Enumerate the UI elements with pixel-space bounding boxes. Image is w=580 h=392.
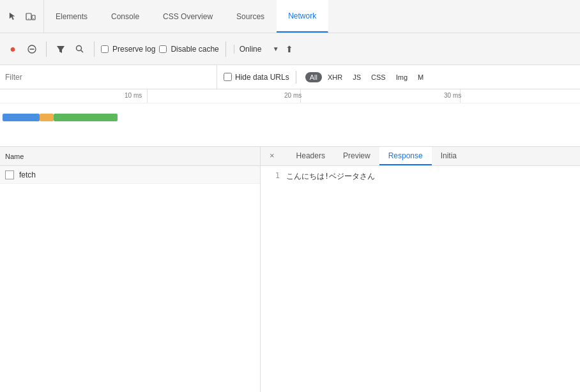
disable-cache-checkbox[interactable] (159, 45, 167, 53)
line-number: 1 (267, 171, 280, 182)
svg-point-2 (28, 18, 29, 19)
response-panel: × Headers Preview Response Initia 1 こんにち… (261, 147, 580, 392)
waterfall-bar-green (54, 114, 118, 121)
tab-close[interactable]: × (261, 147, 287, 165)
record-button[interactable]: ● (5, 41, 20, 57)
filter-divider (296, 71, 296, 84)
ruler-line-1 (147, 89, 148, 103)
preserve-log-label[interactable]: Preserve log (101, 45, 155, 54)
main-tabs: Elements Console CSS Overview Sources Ne… (44, 0, 580, 33)
requests-body: fetch (0, 166, 260, 392)
network-toolbar: ● Preserve log Disable cache Online Fast… (0, 33, 580, 65)
devtools-icons (0, 0, 44, 33)
filter-input[interactable] (5, 73, 211, 82)
main-area: Name fetch × Headers Preview Response In… (0, 147, 580, 392)
ruler-tick-30ms: 30 ms (444, 92, 461, 99)
toolbar-divider-1 (46, 41, 47, 57)
tab-css-overview[interactable]: CSS Overview (151, 0, 225, 33)
response-body: 1 こんにちは!ベジータさん (261, 166, 580, 392)
filter-btn-all[interactable]: All (305, 72, 322, 82)
filter-right: Hide data URLs All XHR JS CSS Img M (217, 71, 580, 84)
waterfall-bars (0, 109, 580, 128)
preserve-log-checkbox[interactable] (101, 45, 109, 53)
hide-data-urls-checkbox[interactable] (224, 73, 232, 81)
tab-response[interactable]: Response (379, 147, 432, 165)
waterfall-bar-blue (3, 114, 40, 121)
upload-icon[interactable]: ⬆ (286, 44, 293, 54)
response-tabs: × Headers Preview Response Initia (261, 147, 580, 166)
chevron-down-icon: ▼ (273, 45, 279, 52)
filter-button[interactable] (53, 41, 68, 57)
tab-initiator[interactable]: Initia (432, 147, 466, 165)
toolbar-divider-2 (94, 41, 95, 57)
request-name: fetch (19, 170, 36, 179)
ruler-tick-20ms: 20 ms (284, 92, 301, 99)
requests-header: Name (0, 147, 260, 166)
search-button[interactable] (72, 41, 88, 57)
filter-btn-css[interactable]: CSS (367, 72, 390, 82)
tab-headers[interactable]: Headers (287, 147, 334, 165)
filter-btn-misc[interactable]: M (413, 72, 428, 82)
device-icon[interactable] (24, 10, 37, 23)
filter-input-wrap (0, 65, 217, 89)
waterfall-ruler: 10 ms 20 ms 30 ms (0, 89, 580, 103)
filter-type-buttons: All XHR JS CSS Img M (305, 72, 428, 82)
table-row[interactable]: fetch (0, 166, 260, 184)
filter-btn-img[interactable]: Img (392, 72, 412, 82)
tab-sources[interactable]: Sources (225, 0, 277, 33)
tab-bar: Elements Console CSS Overview Sources Ne… (0, 0, 580, 33)
response-text: こんにちは!ベジータさん (286, 171, 375, 182)
tab-elements[interactable]: Elements (44, 0, 100, 33)
tab-preview[interactable]: Preview (334, 147, 379, 165)
throttle-select[interactable]: Online Fast 3G Slow 3G Offline (240, 45, 270, 54)
filter-btn-xhr[interactable]: XHR (323, 72, 347, 82)
close-icon: × (270, 151, 275, 160)
svg-line-8 (81, 50, 84, 52)
throttle-select-wrap: Online Fast 3G Slow 3G Offline ▼ (234, 45, 279, 54)
name-column-header: Name (5, 153, 24, 160)
waterfall-bar-orange (40, 114, 54, 121)
filter-bar: Hide data URLs All XHR JS CSS Img M (0, 65, 580, 89)
ruler-tick-10ms: 10 ms (125, 92, 142, 99)
filter-btn-js[interactable]: JS (348, 72, 365, 82)
disable-cache-text: Disable cache (171, 45, 218, 54)
svg-point-7 (77, 45, 82, 50)
row-checkbox[interactable] (5, 170, 14, 179)
response-line: 1 こんにちは!ベジータさん (267, 171, 574, 182)
waterfall-area: 10 ms 20 ms 30 ms (0, 89, 580, 147)
tab-console[interactable]: Console (100, 0, 151, 33)
toolbar-divider-3 (225, 41, 226, 57)
disable-cache-label[interactable]: Disable cache (159, 45, 218, 54)
preserve-log-text: Preserve log (112, 45, 155, 54)
svg-point-3 (33, 18, 34, 19)
hide-data-urls-text: Hide data URLs (235, 73, 289, 82)
hide-data-urls-label[interactable]: Hide data URLs (224, 73, 289, 82)
pointer-icon[interactable] (6, 10, 19, 23)
tab-network[interactable]: Network (277, 0, 328, 33)
requests-panel: Name fetch (0, 147, 261, 392)
clear-button[interactable] (24, 41, 40, 57)
svg-marker-6 (57, 46, 65, 53)
